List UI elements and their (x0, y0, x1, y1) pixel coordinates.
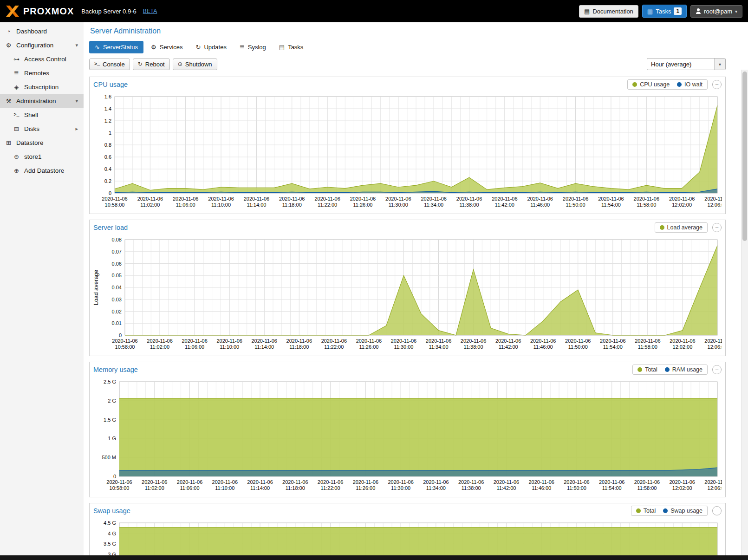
sidebar-item-add-datastore[interactable]: ⊕ Add Datastore (0, 163, 84, 177)
app-header: PROXMOX Backup Server 0.9-6 BETA ▤ Docum… (0, 0, 748, 22)
svg-text:2020-11-0611:02:00: 2020-11-0611:02:00 (137, 196, 163, 208)
collapse-button[interactable]: − (712, 365, 722, 374)
console-button[interactable]: >_ Console (89, 59, 130, 70)
shutdown-button[interactable]: ⊙ Shutdown (173, 59, 217, 70)
sidebar-item-datastore[interactable]: ⊞ Datastore (0, 136, 84, 150)
proxmox-x-icon (6, 5, 20, 17)
tab-syslog[interactable]: ≣ Syslog (234, 41, 272, 53)
reboot-icon: ↻ (138, 61, 143, 67)
gear-icon: ⚙ (5, 42, 13, 49)
collapse-button[interactable]: − (712, 223, 722, 232)
svg-text:2020-11-0611:26:00: 2020-11-0611:26:00 (353, 479, 378, 491)
terminal-icon: >_ (13, 112, 20, 117)
legend-item: Total (636, 508, 656, 514)
brand-name: PROXMOX (23, 6, 74, 17)
panel-title: Memory usage (93, 366, 138, 373)
terminal-icon: >_ (94, 62, 100, 67)
svg-text:2020-11-0611:26:00: 2020-11-0611:26:00 (350, 196, 376, 208)
svg-text:2020-11-0612:02:00: 2020-11-0612:02:00 (670, 338, 695, 350)
svg-text:2020-11-0611:26:00: 2020-11-0611:26:00 (356, 338, 382, 350)
svg-text:0.02: 0.02 (112, 309, 122, 314)
svg-text:3 G: 3 G (108, 552, 116, 555)
sidebar-item-remotes[interactable]: ≣ Remotes (0, 66, 84, 80)
svg-text:0: 0 (119, 332, 122, 338)
svg-text:0.04: 0.04 (112, 285, 122, 290)
action-toolbar: >_ Console ↻ Reboot ⊙ Shutdown Hour (ave… (89, 58, 726, 70)
wrench-icon: ⚒ (5, 98, 13, 104)
power-icon: ⊙ (178, 61, 182, 67)
hdd-icon: ⊟ (13, 125, 20, 132)
svg-text:2020-11-0612:06:00: 2020-11-0612:06:00 (704, 479, 722, 491)
svg-text:2020-11-0611:18:00: 2020-11-0611:18:00 (279, 196, 305, 208)
svg-text:0.8: 0.8 (104, 142, 111, 148)
swap-usage-chart: 4.5 G4 G3.5 G3 G2.5 G2 G1.5 G1 G500 M020… (91, 519, 722, 555)
chevron-down-icon: ▾ (75, 42, 78, 48)
svg-text:0.4: 0.4 (104, 166, 111, 172)
svg-text:1: 1 (109, 130, 111, 136)
sidebar-item-store1[interactable]: ⊝ store1 (0, 150, 84, 163)
svg-text:2020-11-0611:34:00: 2020-11-0611:34:00 (426, 338, 451, 350)
legend-dot-icon (677, 82, 682, 87)
svg-text:2020-11-0611:58:00: 2020-11-0611:58:00 (634, 479, 660, 491)
legend-dot-icon (637, 367, 642, 372)
dashboard-icon: ◔ (5, 28, 13, 35)
plus-circle-icon: ⊕ (13, 167, 20, 174)
svg-text:2020-11-0611:02:00: 2020-11-0611:02:00 (147, 338, 172, 350)
scrollbar-thumb[interactable] (742, 72, 747, 241)
sidebar-item-administration[interactable]: ⚒ Administration ▾ (0, 94, 84, 108)
svg-text:0: 0 (113, 474, 116, 479)
documentation-button[interactable]: ▤ Documentation (579, 5, 638, 18)
legend-item: RAM usage (665, 366, 702, 373)
tab-updates[interactable]: ↻ Updates (190, 41, 232, 53)
svg-text:0.6: 0.6 (104, 154, 111, 160)
legend: TotalSwap usage (631, 506, 708, 516)
panel-title: Swap usage (93, 507, 130, 514)
sidebar: ◔ Dashboard ⚙ Configuration ▾ ⊶ Access C… (0, 22, 84, 555)
time-range-select[interactable]: Hour (average) ▾ (647, 58, 726, 70)
sidebar-item-shell[interactable]: >_ Shell (0, 108, 84, 122)
svg-text:1 G: 1 G (108, 436, 116, 441)
svg-text:2.5 G: 2.5 G (104, 379, 116, 384)
database-icon: ⊝ (13, 153, 20, 160)
tab-services[interactable]: ⚙ Services (145, 41, 189, 53)
tab-tasks[interactable]: ▤ Tasks (273, 41, 309, 53)
sidebar-item-subscription[interactable]: ◈ Subscription (0, 80, 84, 94)
svg-text:2020-11-0610:58:00: 2020-11-0610:58:00 (112, 338, 137, 350)
tab-serverstatus[interactable]: ∿ ServerStatus (89, 41, 143, 53)
svg-text:0.07: 0.07 (112, 249, 122, 254)
reboot-button[interactable]: ↻ Reboot (133, 59, 170, 70)
svg-text:2020-11-0611:14:00: 2020-11-0611:14:00 (244, 196, 269, 208)
svg-text:1.5 G: 1.5 G (104, 417, 116, 423)
svg-text:2020-11-0611:22:00: 2020-11-0611:22:00 (318, 479, 343, 491)
svg-text:2020-11-0612:06:00: 2020-11-0612:06:00 (704, 338, 722, 350)
gears-icon: ⚙ (151, 44, 156, 51)
panel-memory-usage: Memory usage TotalRAM usage − 2.5 G2 G1.… (89, 362, 726, 497)
svg-text:2020-11-0611:06:00: 2020-11-0611:06:00 (177, 479, 202, 491)
legend: CPU usageIO wait (627, 79, 708, 90)
main-content: Server Administration ∿ ServerStatus ⚙ S… (84, 22, 748, 555)
svg-text:2020-11-0611:14:00: 2020-11-0611:14:00 (247, 479, 273, 491)
panel-title: CPU usage (93, 81, 128, 88)
panel-server-load: Server load Load average − 0.080.070.060… (89, 220, 726, 356)
chevron-down-icon: ▾ (75, 98, 78, 104)
sidebar-item-access-control[interactable]: ⊶ Access Control (0, 52, 84, 66)
svg-text:2020-11-0611:42:00: 2020-11-0611:42:00 (494, 479, 519, 491)
svg-text:2020-11-0611:42:00: 2020-11-0611:42:00 (492, 196, 517, 208)
sidebar-item-dashboard[interactable]: ◔ Dashboard (0, 24, 84, 38)
svg-text:Load average: Load average (93, 270, 99, 306)
sidebar-item-configuration[interactable]: ⚙ Configuration ▾ (0, 38, 84, 52)
cpu-usage-chart: 1.61.41.210.80.60.40.202020-11-0610:58:0… (91, 93, 722, 213)
svg-text:500 M: 500 M (102, 455, 116, 460)
tasks-button[interactable]: ▥ Tasks 1 (642, 5, 687, 18)
beta-link[interactable]: BETA (143, 8, 157, 14)
panel-title: Server load (93, 224, 128, 231)
svg-text:2020-11-0611:50:00: 2020-11-0611:50:00 (565, 338, 591, 350)
collapse-button[interactable]: − (712, 506, 722, 515)
sidebar-item-disks[interactable]: ⊟ Disks ▸ (0, 122, 84, 136)
svg-text:0.2: 0.2 (104, 178, 111, 184)
legend-dot-icon (663, 508, 668, 513)
refresh-icon: ↻ (196, 44, 201, 51)
user-menu-button[interactable]: root@pam ▾ (690, 5, 742, 18)
svg-text:2020-11-0611:38:00: 2020-11-0611:38:00 (456, 196, 482, 208)
collapse-button[interactable]: − (712, 80, 722, 89)
